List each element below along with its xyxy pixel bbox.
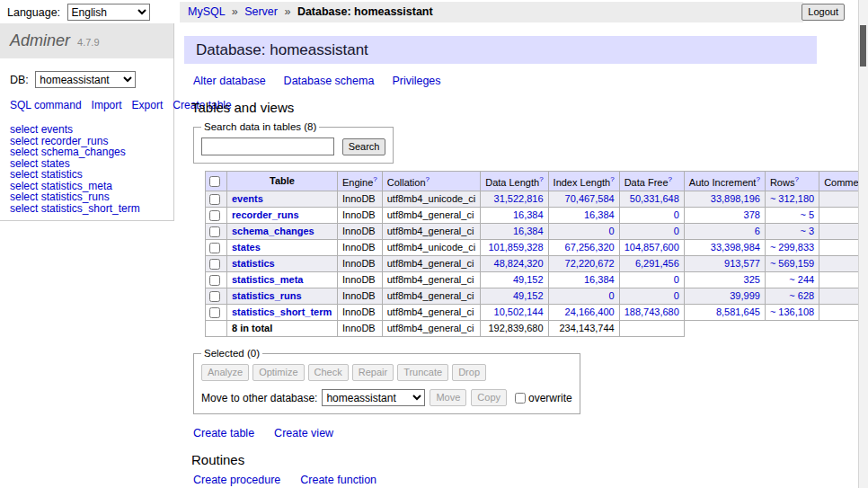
data-free-link[interactable]: 0 — [674, 290, 679, 301]
index-length-link[interactable]: 72,220,672 — [565, 258, 615, 269]
auto-increment-link[interactable]: 378 — [744, 209, 760, 220]
db-select[interactable]: homeassistant — [35, 71, 136, 88]
breadcrumb-link-server[interactable]: Server — [244, 5, 278, 18]
routine-link-create-procedure[interactable]: Create procedure — [193, 474, 280, 486]
sidebar-action-link-import[interactable]: Import — [92, 99, 122, 111]
data-length-link[interactable]: 10,502,144 — [494, 306, 544, 317]
create-link-create-table[interactable]: Create table — [193, 427, 254, 439]
column-help-link[interactable]: ? — [669, 175, 672, 183]
rows-count-link[interactable]: ~ 312,180 — [770, 193, 814, 204]
logout-button[interactable]: Logout — [802, 4, 845, 21]
sidebar-table-link-select-statistics-runs[interactable]: select statistics_runs — [10, 191, 173, 203]
cell-checkbox — [206, 272, 227, 288]
rows-count-link[interactable]: ~ 299,833 — [770, 242, 814, 253]
database-link-privileges[interactable]: Privileges — [392, 75, 440, 87]
rows-count-link[interactable]: ~ 244 — [789, 274, 814, 285]
rows-count-link[interactable]: ~ 136,108 — [770, 306, 814, 317]
sidebar-table-link-select-statistics-short-term[interactable]: select statistics_short_term — [10, 203, 173, 215]
table-name-link[interactable]: statistics — [232, 258, 275, 269]
auto-increment-link[interactable]: 325 — [744, 274, 760, 285]
data-free-link[interactable]: 6,291,456 — [635, 258, 679, 269]
cell-data-length: 48,824,320 — [481, 256, 548, 272]
column-help-link[interactable]: ? — [426, 175, 430, 183]
scrollbar-thumb[interactable] — [860, 25, 866, 67]
row-checkbox[interactable] — [209, 226, 220, 237]
table-name-link[interactable]: events — [232, 193, 263, 204]
index-length-link[interactable]: 0 — [609, 226, 615, 236]
sidebar-action-link-sql-command[interactable]: SQL command — [10, 99, 82, 111]
index-length-link[interactable]: 24,166,400 — [565, 306, 615, 317]
column-help-link[interactable]: ? — [756, 175, 759, 183]
scrollbar[interactable] — [858, 0, 868, 488]
data-length-link[interactable]: 16,384 — [513, 226, 544, 236]
sidebar-table-link-select-statistics[interactable]: select statistics — [10, 169, 173, 181]
sidebar-table-link-select-schema-changes[interactable]: select schema_changes — [10, 146, 173, 158]
data-length-link[interactable]: 101,859,328 — [488, 242, 543, 253]
table-name-link[interactable]: schema_changes — [232, 226, 314, 236]
data-length-link[interactable]: 31,522,816 — [494, 193, 544, 204]
table-name-link[interactable]: statistics_runs — [232, 290, 302, 301]
row-checkbox[interactable] — [209, 243, 220, 253]
breadcrumb-link-mysql[interactable]: MySQL — [188, 5, 225, 18]
data-length-link[interactable]: 49,152 — [513, 274, 544, 285]
overwrite-checkbox[interactable] — [515, 393, 526, 404]
column-help-link[interactable]: ? — [610, 175, 614, 183]
data-length-link[interactable]: 49,152 — [513, 290, 544, 301]
language-select[interactable]: English — [67, 4, 150, 21]
row-checkbox[interactable] — [209, 291, 220, 302]
data-free-link[interactable]: 50,331,648 — [630, 193, 679, 204]
search-input[interactable] — [201, 138, 334, 155]
auto-increment-link[interactable]: 913,577 — [724, 258, 760, 269]
table-name-link[interactable]: statistics_short_term — [232, 306, 332, 317]
column-help-link[interactable]: ? — [373, 175, 376, 183]
row-checkbox[interactable] — [209, 307, 220, 318]
row-checkbox[interactable] — [209, 259, 220, 270]
auto-increment-link[interactable]: 6 — [755, 226, 760, 236]
index-length-link[interactable]: 67,256,320 — [565, 242, 615, 253]
routine-link-create-function[interactable]: Create function — [300, 474, 376, 486]
move-db-select[interactable]: homeassistant — [322, 389, 425, 406]
row-checkbox[interactable] — [209, 210, 220, 221]
database-link-alter-database[interactable]: Alter database — [193, 75, 266, 87]
cell-data-free: 6,291,456 — [619, 256, 684, 272]
data-free-link[interactable]: 0 — [674, 226, 679, 236]
index-length-link[interactable]: 0 — [609, 290, 615, 301]
select-all-checkbox[interactable] — [209, 176, 220, 187]
column-help-link[interactable]: ? — [539, 175, 543, 183]
column-header-table: Table — [227, 172, 338, 191]
table-name-link[interactable]: states — [232, 242, 261, 253]
auto-increment-link[interactable]: 39,999 — [730, 290, 760, 301]
rows-count-link[interactable]: ~ 569,159 — [770, 258, 814, 269]
index-length-link[interactable]: 16,384 — [584, 274, 615, 285]
index-length-link[interactable]: 70,467,584 — [565, 193, 615, 204]
table-name-link[interactable]: recorder_runs — [232, 209, 299, 220]
rows-count-link[interactable]: ~ 5 — [801, 209, 815, 220]
data-free-link[interactable]: 188,743,680 — [624, 306, 679, 317]
page-title: Database: homeassistant — [184, 36, 817, 64]
sidebar-action-link-export[interactable]: Export — [132, 99, 164, 111]
auto-increment-link[interactable]: 8,581,645 — [716, 306, 760, 317]
row-checkbox[interactable] — [209, 275, 220, 286]
data-free-link[interactable]: 104,857,600 — [624, 242, 679, 253]
table-name-link[interactable]: statistics_meta — [232, 274, 304, 285]
row-checkbox[interactable] — [209, 194, 220, 205]
rows-count-link[interactable]: ~ 3 — [801, 226, 815, 236]
auto-increment-link[interactable]: 33,898,196 — [711, 193, 760, 204]
cell-data-free: 0 — [619, 288, 684, 305]
database-link-database-schema[interactable]: Database schema — [284, 75, 375, 87]
sidebar-table-link-select-events[interactable]: select events — [10, 124, 173, 136]
search-button[interactable]: Search — [342, 138, 386, 155]
create-link-create-view[interactable]: Create view — [274, 427, 333, 439]
auto-increment-link[interactable]: 33,398,984 — [711, 242, 760, 253]
data-free-link[interactable]: 0 — [674, 209, 679, 220]
app-name-link[interactable]: Adminer — [10, 31, 70, 49]
data-free-link[interactable]: 0 — [674, 274, 679, 285]
cell-data-length: 49,152 — [481, 288, 548, 305]
data-length-link[interactable]: 48,824,320 — [494, 258, 544, 269]
rows-count-link[interactable]: ~ 628 — [789, 290, 814, 301]
overwrite-label: overwrite — [528, 392, 572, 404]
cell-auto-increment: 39,999 — [684, 288, 765, 305]
data-length-link[interactable]: 16,384 — [513, 209, 544, 220]
column-help-link[interactable]: ? — [794, 175, 798, 183]
index-length-link[interactable]: 16,384 — [584, 209, 615, 220]
